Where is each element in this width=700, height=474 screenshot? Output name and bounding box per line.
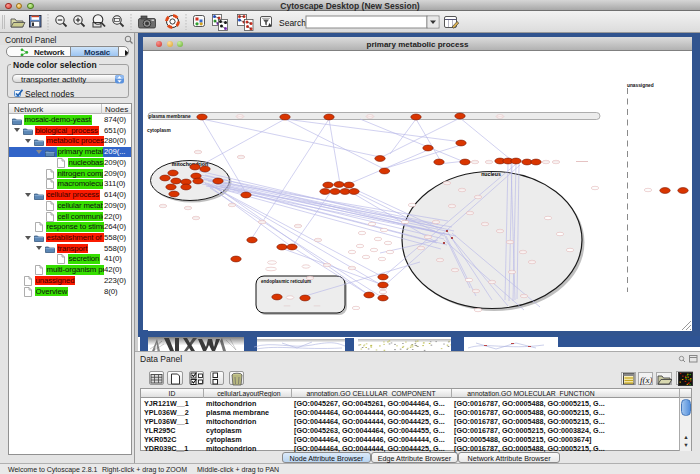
svg-text:endoplasmic reticulum: endoplasmic reticulum [261, 279, 311, 284]
svg-text:cytoplasm: cytoplasm [147, 128, 171, 133]
svg-text:Search:: Search: [279, 18, 308, 28]
svg-text:f(x): f(x) [640, 375, 652, 385]
svg-text:unassigned: unassigned [627, 83, 654, 88]
svg-text:nucleus: nucleus [481, 171, 501, 177]
svg-text:plasma membrane: plasma membrane [149, 114, 191, 119]
